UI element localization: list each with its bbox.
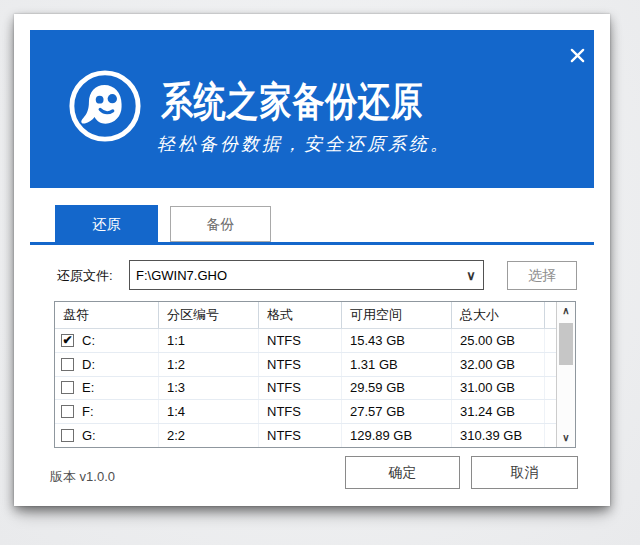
drive-table-header: 盘符 分区编号 格式 可用空间 总大小 bbox=[55, 302, 556, 329]
column-header-format[interactable]: 格式 bbox=[259, 302, 342, 328]
total-size: 32.00 GB bbox=[452, 353, 545, 376]
drive-table-rows: ✔C:1:1NTFS15.43 GB25.00 GBD:1:2NTFS1.31 … bbox=[55, 329, 556, 447]
drive-cell: F: bbox=[55, 400, 159, 423]
drive-checkbox[interactable]: ✔ bbox=[61, 334, 74, 347]
tab-restore[interactable]: 还原 bbox=[55, 205, 158, 243]
row-filler bbox=[545, 329, 556, 352]
drive-letter: G: bbox=[82, 428, 96, 443]
drive-cell: G: bbox=[55, 424, 159, 447]
drive-letter: F: bbox=[82, 404, 94, 419]
scroll-down-icon[interactable]: ∨ bbox=[557, 429, 575, 447]
partition-id: 1:3 bbox=[159, 377, 259, 400]
tab-backup[interactable]: 备份 bbox=[170, 206, 271, 242]
format: NTFS bbox=[259, 353, 342, 376]
format: NTFS bbox=[259, 329, 342, 352]
partition-id: 1:4 bbox=[159, 400, 259, 423]
free-space: 29.59 GB bbox=[342, 377, 452, 400]
window-content: 系统之家备份还原 轻松备份数据，安全还原系统。 还原 备份 还原文件: F:\G… bbox=[30, 30, 594, 490]
restore-file-value: F:\GWIN7.GHO bbox=[130, 268, 459, 283]
drive-checkbox[interactable] bbox=[61, 405, 74, 418]
total-size: 31.00 GB bbox=[452, 377, 545, 400]
cancel-button[interactable]: 取消 bbox=[471, 456, 578, 489]
column-header-free[interactable]: 可用空间 bbox=[342, 302, 452, 328]
table-row[interactable]: D:1:2NTFS1.31 GB32.00 GB bbox=[55, 353, 556, 377]
column-header-partition[interactable]: 分区编号 bbox=[159, 302, 259, 328]
total-size: 310.39 GB bbox=[452, 424, 545, 447]
drive-cell: D: bbox=[55, 353, 159, 376]
drive-checkbox[interactable] bbox=[61, 381, 74, 394]
restore-file-label: 还原文件: bbox=[57, 267, 113, 285]
table-row[interactable]: F:1:4NTFS27.57 GB31.24 GB bbox=[55, 400, 556, 424]
row-filler bbox=[545, 353, 556, 376]
ghost-logo-icon bbox=[67, 68, 143, 144]
drive-table: 盘符 分区编号 格式 可用空间 总大小 ✔C:1:1NTFS15.43 GB25… bbox=[54, 301, 576, 448]
tab-underline bbox=[30, 242, 594, 245]
drive-letter: E: bbox=[82, 380, 94, 395]
partition-id: 2:2 bbox=[159, 424, 259, 447]
ok-button[interactable]: 确定 bbox=[345, 456, 460, 489]
row-filler bbox=[545, 400, 556, 423]
free-space: 15.43 GB bbox=[342, 329, 452, 352]
chevron-down-icon[interactable]: ∨ bbox=[459, 268, 483, 283]
total-size: 31.24 GB bbox=[452, 400, 545, 423]
free-space: 129.89 GB bbox=[342, 424, 452, 447]
format: NTFS bbox=[259, 400, 342, 423]
table-row[interactable]: ✔C:1:1NTFS15.43 GB25.00 GB bbox=[55, 329, 556, 353]
drive-checkbox[interactable] bbox=[61, 429, 74, 442]
table-row[interactable]: E:1:3NTFS29.59 GB31.00 GB bbox=[55, 377, 556, 401]
free-space: 27.57 GB bbox=[342, 400, 452, 423]
window-header: 系统之家备份还原 轻松备份数据，安全还原系统。 bbox=[30, 30, 594, 188]
drive-checkbox[interactable] bbox=[61, 358, 74, 371]
version-label: 版本 v1.0.0 bbox=[50, 468, 115, 486]
partition-id: 1:2 bbox=[159, 353, 259, 376]
restore-file-combobox[interactable]: F:\GWIN7.GHO ∨ bbox=[129, 260, 484, 290]
scroll-up-icon[interactable]: ∧ bbox=[557, 302, 575, 320]
format: NTFS bbox=[259, 377, 342, 400]
total-size: 25.00 GB bbox=[452, 329, 545, 352]
table-row[interactable]: G:2:2NTFS129.89 GB310.39 GB bbox=[55, 424, 556, 447]
drive-cell: ✔C: bbox=[55, 329, 159, 352]
drive-table-main: 盘符 分区编号 格式 可用空间 总大小 ✔C:1:1NTFS15.43 GB25… bbox=[55, 302, 556, 447]
free-space: 1.31 GB bbox=[342, 353, 452, 376]
drive-letter: D: bbox=[82, 357, 95, 372]
scrollbar-thumb[interactable] bbox=[559, 323, 573, 365]
table-scrollbar[interactable]: ∧ ∨ bbox=[556, 302, 575, 447]
drive-letter: C: bbox=[82, 333, 95, 348]
format: NTFS bbox=[259, 424, 342, 447]
app-subtitle: 轻松备份数据，安全还原系统。 bbox=[157, 132, 451, 156]
app-title: 系统之家备份还原 bbox=[161, 74, 423, 129]
row-filler bbox=[545, 377, 556, 400]
select-file-button[interactable]: 选择 bbox=[507, 261, 577, 290]
drive-cell: E: bbox=[55, 377, 159, 400]
column-header-total[interactable]: 总大小 bbox=[452, 302, 545, 328]
column-header-filler bbox=[545, 302, 556, 328]
column-header-drive[interactable]: 盘符 bbox=[55, 302, 159, 328]
app-window: 系统之家备份还原 轻松备份数据，安全还原系统。 还原 备份 还原文件: F:\G… bbox=[14, 14, 610, 506]
partition-id: 1:1 bbox=[159, 329, 259, 352]
row-filler bbox=[545, 424, 556, 447]
close-icon[interactable] bbox=[564, 42, 590, 68]
